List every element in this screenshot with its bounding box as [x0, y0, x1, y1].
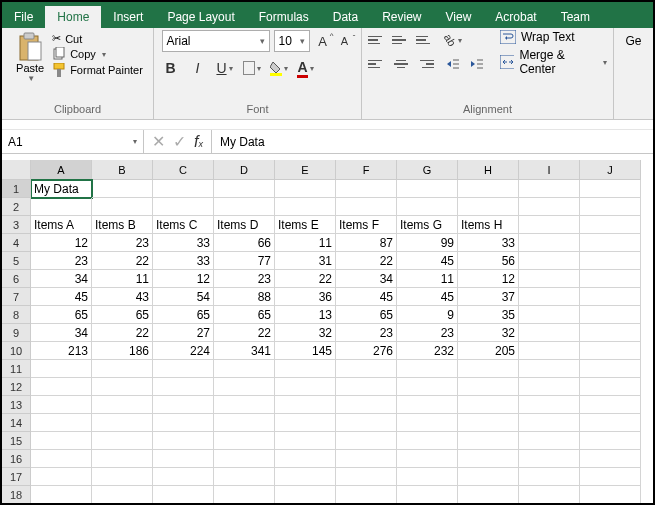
cell[interactable]	[519, 234, 580, 252]
row-header[interactable]: 8	[2, 306, 31, 324]
cell[interactable]: 87	[336, 234, 397, 252]
tab-home[interactable]: Home	[45, 6, 101, 28]
cell[interactable]	[336, 180, 397, 198]
cell[interactable]: Items F	[336, 216, 397, 234]
select-all-corner[interactable]	[2, 160, 31, 180]
cell[interactable]: 34	[31, 324, 92, 342]
column-header[interactable]: D	[214, 160, 275, 180]
align-left-button[interactable]	[368, 56, 386, 72]
cell[interactable]: Items H	[458, 216, 519, 234]
tab-formulas[interactable]: Formulas	[247, 6, 321, 28]
increase-indent-button[interactable]	[468, 54, 486, 74]
column-header[interactable]: A	[31, 160, 92, 180]
row-header[interactable]: 5	[2, 252, 31, 270]
cell[interactable]: 33	[153, 252, 214, 270]
orientation-button[interactable]: ab▾	[444, 30, 462, 50]
cell[interactable]	[153, 198, 214, 216]
paste-button[interactable]: Paste ▼	[12, 30, 48, 83]
cell[interactable]: 23	[92, 234, 153, 252]
cell[interactable]	[31, 486, 92, 504]
decrease-font-button[interactable]: Aˇ	[336, 31, 354, 51]
cell[interactable]	[519, 378, 580, 396]
cell[interactable]	[580, 468, 641, 486]
cell[interactable]: 22	[92, 324, 153, 342]
cell[interactable]	[336, 468, 397, 486]
cell[interactable]	[458, 180, 519, 198]
cell[interactable]	[397, 180, 458, 198]
cell[interactable]	[580, 414, 641, 432]
cell[interactable]: 32	[275, 324, 336, 342]
cell[interactable]: 22	[214, 324, 275, 342]
row-header[interactable]: 6	[2, 270, 31, 288]
cell[interactable]	[580, 324, 641, 342]
cell[interactable]: 45	[31, 288, 92, 306]
row-header[interactable]: 1	[2, 180, 31, 198]
cell[interactable]: 27	[153, 324, 214, 342]
cell[interactable]	[214, 360, 275, 378]
cell[interactable]	[92, 360, 153, 378]
format-painter-button[interactable]: Format Painter	[52, 63, 143, 77]
cell[interactable]	[519, 288, 580, 306]
cell[interactable]: 186	[92, 342, 153, 360]
row-header[interactable]: 16	[2, 450, 31, 468]
cell[interactable]	[519, 432, 580, 450]
cancel-formula-button[interactable]: ✕	[152, 132, 165, 151]
column-header[interactable]: J	[580, 160, 641, 180]
cell[interactable]: Items B	[92, 216, 153, 234]
cell[interactable]	[336, 486, 397, 504]
cell[interactable]: 341	[214, 342, 275, 360]
cell[interactable]: 32	[458, 324, 519, 342]
cell[interactable]: 22	[92, 252, 153, 270]
cell[interactable]	[580, 198, 641, 216]
increase-font-button[interactable]: A^	[314, 31, 332, 51]
cell[interactable]	[519, 270, 580, 288]
align-middle-button[interactable]	[392, 32, 410, 48]
cell[interactable]: 213	[31, 342, 92, 360]
cell[interactable]	[397, 450, 458, 468]
cell[interactable]: 65	[336, 306, 397, 324]
row-header[interactable]: 11	[2, 360, 31, 378]
cell[interactable]: 22	[336, 252, 397, 270]
cell[interactable]	[275, 468, 336, 486]
cell[interactable]: 12	[31, 234, 92, 252]
cell[interactable]: My Data	[31, 180, 92, 198]
cell[interactable]	[397, 360, 458, 378]
cell[interactable]	[275, 432, 336, 450]
border-button[interactable]: ▾	[243, 58, 261, 78]
cell[interactable]	[336, 396, 397, 414]
cell[interactable]: 23	[214, 270, 275, 288]
cell[interactable]	[336, 360, 397, 378]
cell[interactable]: 99	[397, 234, 458, 252]
cell[interactable]	[580, 234, 641, 252]
cell[interactable]: 37	[458, 288, 519, 306]
cell[interactable]	[519, 450, 580, 468]
column-header[interactable]: H	[458, 160, 519, 180]
cell[interactable]	[31, 432, 92, 450]
cell[interactable]	[519, 486, 580, 504]
formula-bar[interactable]: My Data	[212, 130, 653, 153]
cell[interactable]: 31	[275, 252, 336, 270]
cell[interactable]: 77	[214, 252, 275, 270]
cell[interactable]	[275, 360, 336, 378]
cell[interactable]: 35	[458, 306, 519, 324]
cell[interactable]: 65	[153, 306, 214, 324]
cell[interactable]: 23	[336, 324, 397, 342]
tab-page-layout[interactable]: Page Layout	[155, 6, 246, 28]
cell[interactable]	[92, 414, 153, 432]
cell[interactable]	[397, 432, 458, 450]
cell[interactable]: 66	[214, 234, 275, 252]
cell[interactable]	[214, 468, 275, 486]
cell[interactable]	[458, 198, 519, 216]
cell[interactable]	[92, 486, 153, 504]
cell[interactable]	[397, 468, 458, 486]
fx-button[interactable]: fx	[194, 133, 203, 151]
cell[interactable]: 12	[153, 270, 214, 288]
column-header[interactable]: G	[397, 160, 458, 180]
enter-formula-button[interactable]: ✓	[173, 132, 186, 151]
cell[interactable]	[275, 180, 336, 198]
row-header[interactable]: 9	[2, 324, 31, 342]
cell[interactable]	[519, 342, 580, 360]
name-box[interactable]: A1▾	[2, 130, 144, 153]
row-header[interactable]: 2	[2, 198, 31, 216]
font-family-select[interactable]: Arial▾	[162, 30, 270, 52]
